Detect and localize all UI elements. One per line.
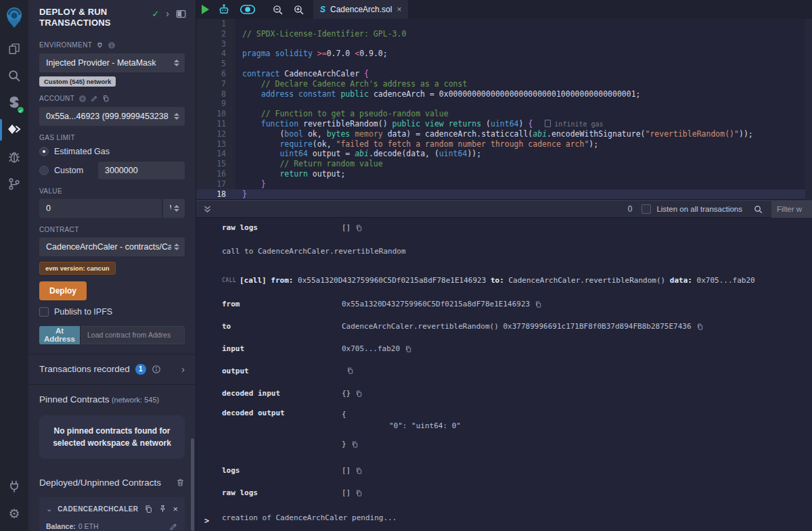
copy-icon[interactable] — [346, 367, 354, 375]
publish-ipfs-option[interactable]: Publish to IPFS — [39, 307, 185, 317]
panel-scrollbar[interactable] — [191, 438, 194, 531]
copy-icon[interactable] — [535, 300, 542, 308]
terminal-output[interactable]: raw logs[]call to CadenceArchCaler.rever… — [196, 218, 812, 531]
zoom-out-icon[interactable] — [267, 0, 288, 19]
sign-message-icon[interactable] — [91, 95, 98, 102]
evm-version-badge: evm version: cancun — [39, 262, 116, 275]
transactions-info-icon[interactable] — [152, 365, 161, 374]
file-explorer-icon[interactable] — [0, 35, 28, 62]
terminal-filter-input[interactable] — [771, 200, 812, 218]
terminal-prompt[interactable]: > — [204, 516, 209, 526]
code-line-3[interactable]: 3 — [196, 39, 812, 49]
custom-gas-option[interactable]: Custom — [39, 162, 185, 179]
copy-icon[interactable] — [696, 323, 704, 331]
terminal-kv-raw-logs[interactable]: raw logs[] — [222, 223, 812, 232]
code-line-9[interactable]: 9 — [196, 99, 812, 109]
estimated-gas-option[interactable]: Estimated Gas — [39, 147, 185, 156]
copy-address-icon[interactable] — [144, 505, 153, 513]
terminal-kv-input[interactable]: input0x705...fab20 — [222, 344, 812, 353]
copy-icon[interactable] — [355, 390, 363, 398]
split-view-icon[interactable] — [176, 9, 186, 18]
contract-select[interactable]: CadenceArchCaler - contracts/Cac — [39, 237, 185, 256]
terminal-message[interactable]: creation of CadenceArchCaler pending... — [222, 513, 812, 522]
publish-ipfs-checkbox[interactable] — [39, 307, 49, 317]
code-line-6[interactable]: 6contract CadenceArchCaler { — [196, 69, 812, 79]
account-select[interactable]: 0x55a...46923 (999.9999453238 — [39, 107, 185, 126]
gas-limit-label: GAS LIMIT — [39, 134, 185, 141]
plug-icon[interactable] — [96, 41, 104, 49]
plugin-manager-icon[interactable] — [0, 473, 28, 500]
custom-gas-radio[interactable] — [39, 166, 49, 175]
copy-icon[interactable] — [405, 345, 412, 353]
code-line-13[interactable]: 13 require(ok, "failed to fetch a random… — [196, 139, 812, 149]
line-number: 7 — [196, 79, 235, 89]
zoom-in-icon[interactable] — [288, 0, 309, 19]
code-line-10[interactable]: 10 // Function to get a pseudo-random va… — [196, 109, 812, 119]
debugger-icon[interactable] — [0, 143, 28, 170]
custom-gas-input[interactable] — [98, 162, 185, 179]
code-line-15[interactable]: 15 // Return random value — [196, 159, 812, 169]
copy-icon[interactable] — [355, 224, 363, 232]
pin-contract-icon[interactable] — [158, 505, 167, 513]
settings-gear-icon[interactable]: ⚙ — [0, 500, 28, 527]
ai-copilot-robot-icon[interactable] — [213, 0, 235, 19]
code-line-4[interactable]: 4pragma solidity >=0.7.0 <0.9.0; — [196, 49, 812, 59]
remove-contract-icon[interactable]: × — [173, 504, 178, 514]
terminal-collapse-icon[interactable] — [203, 204, 212, 214]
code-line-5[interactable]: 5 — [196, 59, 812, 69]
tab-close-icon[interactable]: × — [397, 5, 401, 14]
card-collapse-icon[interactable]: ⌄ — [46, 505, 52, 513]
edit-balance-icon[interactable] — [169, 522, 178, 531]
publish-ipfs-label: Publish to IPFS — [54, 307, 112, 317]
copy-icon[interactable] — [351, 440, 359, 448]
terminal-kv-logs[interactable]: logs[] — [222, 466, 812, 475]
environment-select[interactable]: Injected Provider - MetaMask — [39, 53, 185, 72]
value-input[interactable] — [39, 199, 162, 218]
terminal-kv-from[interactable]: from0x55a1320D432759960C5Df0215a8dF78e1E… — [222, 300, 812, 308]
terminal-message[interactable]: call to CadenceArchCaler.revertibleRando… — [222, 247, 812, 256]
terminal-kv-to[interactable]: toCadenceArchCaler.revertibleRandom() 0x… — [222, 322, 812, 331]
copy-icon[interactable] — [355, 489, 363, 497]
transactions-expand-icon[interactable]: › — [181, 364, 185, 375]
at-address-button[interactable]: At Address — [39, 326, 80, 344]
deploy-button[interactable]: Deploy — [39, 281, 87, 300]
copy-account-icon[interactable] — [102, 95, 110, 102]
search-icon[interactable] — [0, 62, 28, 89]
clear-deployed-trash-icon[interactable] — [176, 478, 185, 487]
panel-forward-icon[interactable]: › — [166, 8, 169, 19]
terminal-search-icon[interactable] — [753, 204, 763, 214]
terminal-kv-decoded-output[interactable]: decoded output{"0": "uint64: 0"} — [222, 409, 812, 450]
code-line-2[interactable]: 2// SPDX-License-Identifier: GPL-3.0 — [196, 29, 812, 39]
terminal-kv-decoded-input[interactable]: decoded input{} — [222, 389, 812, 398]
at-address-input[interactable] — [81, 326, 185, 344]
value-unit-select[interactable]: Wei — [163, 199, 185, 218]
editor-scrollbar[interactable] — [805, 19, 812, 200]
deploy-run-icon[interactable] — [0, 116, 28, 143]
terminal-kv-raw-logs[interactable]: raw logs[] — [222, 488, 812, 497]
code-line-14[interactable]: 14 uint64 output = abi.decode(data, (uin… — [196, 149, 812, 159]
git-icon[interactable] — [0, 170, 28, 198]
estimated-gas-radio[interactable] — [39, 147, 49, 156]
listen-all-checkbox[interactable] — [641, 204, 651, 214]
environment-info-icon[interactable] — [108, 41, 116, 49]
code-line-7[interactable]: 7 // Declare Cadence Arch's address as a… — [196, 79, 812, 89]
copilot-toggle-icon[interactable] — [235, 0, 261, 19]
solidity-compiler-icon[interactable]: ✓ — [0, 89, 28, 116]
transactions-recorded-row[interactable]: Transactions recorded 1 › — [28, 354, 196, 384]
code-line-16[interactable]: 16 return output; — [196, 169, 812, 179]
code-line-11[interactable]: 11 function revertibleRandom() public vi… — [196, 119, 812, 129]
add-account-icon[interactable] — [78, 95, 87, 103]
remix-logo-icon[interactable] — [0, 0, 28, 35]
code-editor[interactable]: 12// SPDX-License-Identifier: GPL-3.034p… — [196, 19, 812, 200]
code-line-17[interactable]: 17 } — [196, 179, 812, 189]
tab-cadencearch-sol[interactable]: S CadenceArch.sol × — [313, 0, 408, 19]
code-line-12[interactable]: 12 (bool ok, bytes memory data) = cadenc… — [196, 129, 812, 139]
copy-icon[interactable] — [355, 467, 363, 475]
terminal-call-summary[interactable]: call[call] from: 0x55a1320D432759960C5Df… — [222, 276, 812, 285]
code-line-1[interactable]: 1 — [196, 19, 812, 29]
code-line-18[interactable]: 18} — [196, 189, 812, 200]
code-line-8[interactable]: 8 address constant public cadenceArch = … — [196, 89, 812, 99]
deployed-contract-name[interactable]: CADENCEARCHCALER AT 0X — [58, 505, 139, 513]
run-script-play-icon[interactable] — [202, 5, 209, 14]
terminal-kv-output[interactable]: output — [222, 367, 812, 375]
